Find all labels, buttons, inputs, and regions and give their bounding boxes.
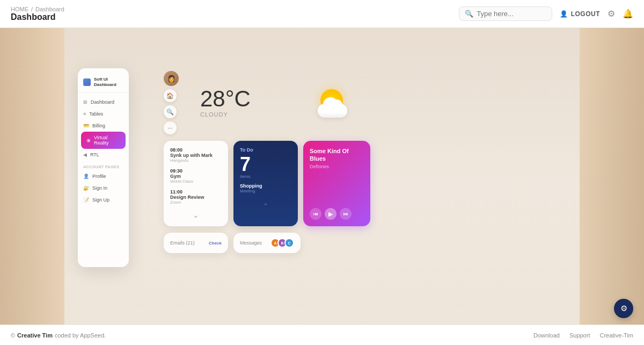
footer-coded-by: coded by AppSeed. xyxy=(55,332,106,339)
sidebar-item-rtl[interactable]: ◀ RTL xyxy=(78,149,129,161)
main-content: Soft UI Dashboard ⊞ Dashboard ≡ Tables 💳… xyxy=(0,28,644,345)
expand-icon[interactable]: ⌄ xyxy=(262,198,269,207)
todo-count: 7 xyxy=(240,155,291,174)
avatar-3: C xyxy=(284,238,294,248)
more-icon[interactable]: ··· xyxy=(164,121,177,134)
logout-label: LOGOUT xyxy=(571,10,600,18)
gear-icon[interactable]: ⚙ xyxy=(608,9,615,19)
footer-left: © Creative Tim coded by AppSeed. xyxy=(11,332,106,339)
chevron-down-icon[interactable]: ⌄ xyxy=(193,211,199,219)
event-location-1: Hangouts xyxy=(170,158,222,163)
bottom-row: Emails (21) Check Messages A B C xyxy=(164,233,370,253)
sidebar-item-tables[interactable]: ≡ Tables xyxy=(78,108,129,120)
todo-card: To Do 7 Items Shopping Meeting ⌄ xyxy=(233,141,298,226)
breadcrumb-current: Dashboard xyxy=(35,6,64,12)
messages-label: Messages xyxy=(240,240,262,246)
weather-info: 28°C CLOUDY xyxy=(200,88,251,118)
profile-icon: 👤 xyxy=(83,174,89,179)
event-item-1: 08:00 Synk up with Mark Hangouts xyxy=(170,147,222,163)
emails-card: Emails (21) Check xyxy=(164,233,228,253)
settings-fab[interactable]: ⚙ xyxy=(614,299,633,318)
sidebar-item-profile[interactable]: 👤 Profile xyxy=(78,170,129,182)
rtl-icon: ◀ xyxy=(83,152,87,157)
sidebar-item-label: Dashboard xyxy=(91,99,114,105)
search-box[interactable]: 🔍 xyxy=(459,6,552,21)
sidebar-item-label: Billing xyxy=(92,123,105,128)
footer-right: Download Support Creative-Tim xyxy=(533,332,633,339)
event-item-3: 11:00 Design Review Zoom xyxy=(170,189,222,205)
dashboard-icon: ⊞ xyxy=(83,99,87,105)
todo-label: To Do xyxy=(240,147,291,153)
event-location-2: World Class xyxy=(170,179,222,184)
event-item-2: 09:30 Gym World Class xyxy=(170,168,222,184)
check-button[interactable]: Check xyxy=(209,241,222,246)
play-button[interactable]: ▶ xyxy=(325,208,336,220)
todo-items-label: Items xyxy=(240,174,291,179)
footer-brand: Creative Tim xyxy=(17,332,53,339)
breadcrumb-area: HOME / Dashboard Dashboard xyxy=(11,6,64,22)
sidebar-item-signup[interactable]: 📝 Sign Up xyxy=(78,194,129,206)
breadcrumb-sep: / xyxy=(31,6,33,12)
footer-creativetim-link[interactable]: Creative-Tim xyxy=(599,332,633,339)
search-input[interactable] xyxy=(477,10,546,18)
page-title: Dashboard xyxy=(11,12,64,22)
calendar-card: 08:00 Synk up with Mark Hangouts 09:30 G… xyxy=(164,141,228,226)
tables-icon: ≡ xyxy=(83,111,86,117)
footer-download-link[interactable]: Download xyxy=(533,332,560,339)
nav-right: 🔍 👤 LOGOUT ⚙ 🔔 xyxy=(459,6,633,21)
bell-icon[interactable]: 🔔 xyxy=(623,9,633,19)
sidebar-item-signin[interactable]: 🔐 Sign In xyxy=(78,182,129,194)
signin-icon: 🔐 xyxy=(83,185,89,191)
sidebar-item-label: Profile xyxy=(92,174,106,179)
show-more[interactable]: ⌄ xyxy=(170,210,222,220)
weather-area: 👩 🏠 🔍 ··· 28°C CLOUDY xyxy=(164,71,370,134)
home-icon[interactable]: 🏠 xyxy=(164,89,177,102)
sidebar-item-dashboard[interactable]: ⊞ Dashboard xyxy=(78,96,129,108)
todo-body: Shopping Meeting xyxy=(240,183,291,193)
footer: © Creative Tim coded by AppSeed. Downloa… xyxy=(0,325,644,345)
sidebar-item-label: Sign In xyxy=(92,185,107,191)
user-icon: 👤 xyxy=(560,10,568,18)
todo-expand[interactable]: ⌄ xyxy=(240,198,291,207)
avatar: 👩 xyxy=(164,71,179,86)
brand-icon xyxy=(83,78,91,86)
account-section-label: ACCOUNT PAGES xyxy=(78,161,129,170)
sidebar-panel: Soft UI Dashboard ⊞ Dashboard ≡ Tables 💳… xyxy=(78,68,129,267)
event-time-3: 11:00 xyxy=(170,189,222,195)
next-button[interactable]: ⏭ xyxy=(340,208,352,220)
breadcrumb-home[interactable]: HOME xyxy=(11,6,28,12)
sidebar-item-label: RTL xyxy=(90,152,99,157)
sidebar-item-label: Sign Up xyxy=(92,197,109,203)
todo-meeting2: Meeting xyxy=(240,189,291,193)
signup-icon: 📝 xyxy=(83,197,89,203)
sidebar-item-vr[interactable]: ◉ Virtual Reality xyxy=(81,132,126,149)
temperature: 28°C xyxy=(200,88,251,110)
copyright-symbol: © xyxy=(11,332,15,339)
music-artist: Deftones xyxy=(310,164,364,169)
sidebar-item-label: Tables xyxy=(89,111,103,117)
event-location-3: Zoom xyxy=(170,200,222,205)
weather-icon-area xyxy=(315,87,358,119)
search-icon: 🔍 xyxy=(465,10,473,18)
prev-button[interactable]: ⏮ xyxy=(310,208,321,220)
event-title-2: Gym xyxy=(170,174,222,179)
cloud-icon xyxy=(318,104,347,118)
todo-meeting1: Shopping xyxy=(240,183,291,189)
left-curtain xyxy=(0,28,64,345)
event-title-3: Design Review xyxy=(170,195,222,200)
music-card: Some Kind Of Blues Deftones ⏮ ▶ ⏭ xyxy=(303,141,370,226)
logout-button[interactable]: 👤 LOGOUT xyxy=(560,10,600,18)
footer-support-link[interactable]: Support xyxy=(569,332,590,339)
avatar-stack: A B C xyxy=(270,238,294,248)
sidebar-brand: Soft UI Dashboard xyxy=(78,75,129,93)
dashboard-widgets: 👩 🏠 🔍 ··· 28°C CLOUDY 08:00 Synk up with… xyxy=(164,71,370,253)
event-title-1: Synk up with Mark xyxy=(170,153,222,158)
search-widget-icon[interactable]: 🔍 xyxy=(164,105,177,118)
brand-text: Soft UI Dashboard xyxy=(94,77,123,87)
sidebar-item-billing[interactable]: 💳 Billing xyxy=(78,120,129,132)
vr-icon: ◉ xyxy=(86,138,91,143)
avatar-col: 👩 🏠 🔍 ··· xyxy=(164,71,179,134)
music-controls: ⏮ ▶ ⏭ xyxy=(310,208,364,220)
sidebar-item-label: Virtual Reality xyxy=(94,135,120,146)
billing-icon: 💳 xyxy=(83,123,89,128)
